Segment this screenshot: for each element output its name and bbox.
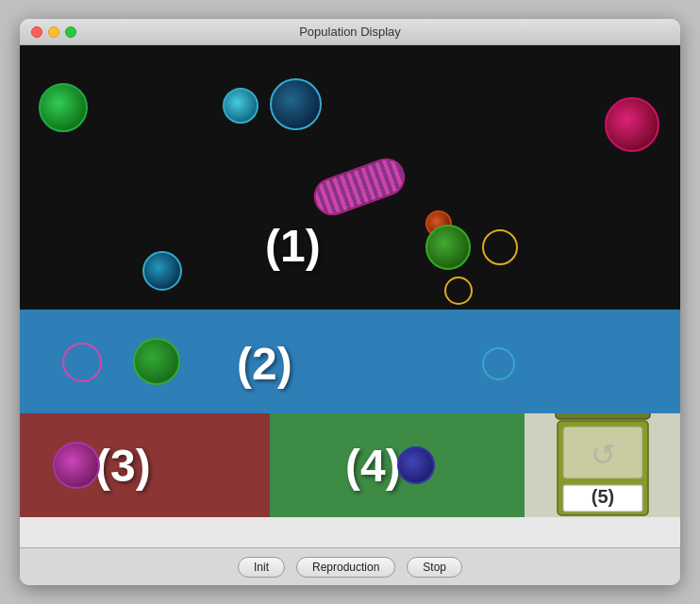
reproduction-button[interactable]: Reproduction [296, 557, 395, 578]
panel-2: (2) [20, 310, 680, 413]
panel-3-label: (3) [95, 440, 151, 492]
organism-p1-6 [482, 229, 518, 265]
init-button[interactable]: Init [238, 557, 285, 578]
panel-2-label: (2) [237, 338, 292, 390]
organism-rod [308, 153, 410, 221]
organism-p1-7 [444, 277, 473, 305]
trash-can-icon: ↺ (5) [546, 413, 659, 517]
panel-1-label: (1) [265, 220, 321, 272]
svg-text:↺: ↺ [590, 438, 615, 472]
organism-p1-1 [39, 83, 88, 132]
close-button[interactable] [31, 26, 42, 38]
panel-3: (3) [20, 413, 270, 517]
panel-1: (1) [20, 45, 680, 310]
organism-p4-1 [397, 446, 435, 484]
main-content: (1) (2) (3) [20, 45, 680, 547]
window-title: Population Display [299, 25, 401, 39]
organism-p1-9 [605, 97, 659, 152]
traffic-lights [31, 26, 76, 38]
organism-p1-2 [223, 88, 258, 124]
organism-p1-8 [142, 251, 182, 291]
toolbar: Init Reproduction Stop [20, 547, 680, 585]
organism-p3-1 [53, 442, 100, 489]
title-bar: Population Display [20, 19, 680, 45]
organism-p2-3 [482, 347, 515, 380]
organism-p2-2 [133, 338, 180, 385]
organism-p1-5 [425, 225, 471, 270]
panel-bottom-row: (3) (4) ↺ [20, 413, 680, 517]
svg-text:(5): (5) [591, 486, 613, 507]
stop-button[interactable]: Stop [407, 557, 462, 578]
panel-5: ↺ (5) [525, 413, 680, 517]
minimize-button[interactable] [48, 26, 59, 38]
organism-p2-1 [62, 343, 102, 382]
svg-rect-0 [556, 413, 650, 419]
main-window: Population Display (1) (2) [20, 19, 680, 585]
organism-p1-3 [270, 78, 322, 130]
maximize-button[interactable] [65, 26, 76, 38]
panel-4: (4) [270, 413, 525, 517]
panel-4-label: (4) [345, 440, 401, 492]
